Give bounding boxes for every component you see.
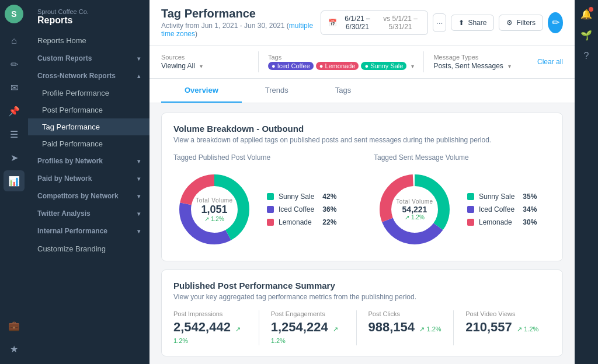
sidebar-item-reports-home[interactable]: Reports Home — [28, 32, 150, 50]
right-dot-1 — [467, 193, 474, 200]
cross-network-arrow: ▴ — [137, 73, 140, 79]
sidebar-item-twitter-analysis[interactable]: Twitter Analysis ▾ — [28, 205, 150, 222]
video-views-change: ↗ 1.2% — [517, 326, 538, 332]
impressions-label: Post Impressions — [173, 310, 247, 317]
sidebar-item-paid-performance[interactable]: Paid Performance — [28, 135, 150, 152]
filter-bar: Sources Viewing All ▾ Tags ● Iced Coffee… — [150, 46, 575, 79]
profiles-by-network-label: Profiles by Network — [37, 157, 103, 165]
left-chart-block: Tagged Published Post Volume — [173, 153, 350, 250]
competitors-arrow: ▾ — [137, 193, 140, 200]
twitter-analysis-label: Twitter Analysis — [37, 209, 91, 218]
tabs-bar: Overview Trends Tags — [150, 79, 575, 103]
left-dot-2 — [267, 206, 274, 213]
filters-button[interactable]: ⚙ Filters — [499, 15, 543, 31]
tags-label: Tags — [268, 54, 414, 61]
message-types-arrow: ▾ — [508, 63, 511, 69]
nav-icon-star[interactable]: ★ — [4, 338, 25, 359]
help-icon[interactable]: ? — [577, 47, 596, 65]
right-dot-2 — [467, 206, 474, 213]
paid-arrow: ▾ — [137, 176, 140, 182]
twitter-arrow: ▾ — [137, 211, 140, 217]
sidebar-item-profiles-by-network[interactable]: Profiles by Network ▾ — [28, 152, 150, 170]
sidebar-item-competitors-by-network[interactable]: Competitors by Network ▾ — [28, 187, 150, 205]
page-subtitle: Activity from Jun 1, 2021 - Jun 30, 2021… — [161, 22, 321, 38]
message-types-value-button[interactable]: Posts, Sent Messages ▾ — [433, 62, 521, 70]
nav-icon-publish[interactable]: 📌 — [4, 100, 25, 121]
tags-value-button[interactable]: ● Iced Coffee ● Lemonade ● Sunny Sale ▾ — [268, 62, 414, 70]
tag-chip-lemonade: ● Lemonade — [316, 62, 359, 70]
vs-range-value: vs 5/1/21 – 5/31/21 — [380, 15, 420, 31]
left-legend-label-2: Iced Coffee — [279, 205, 314, 214]
app-logo[interactable]: S — [5, 5, 23, 23]
left-donut: Total Volume 1,051 ↗ 1.2% — [173, 169, 255, 250]
metrics-row: Post Impressions 2,542,442 ↗ 1.2% Post E… — [173, 310, 551, 345]
content-area: Volume Breakdown - Outbound View a break… — [150, 103, 575, 364]
right-chart-block: Tagged Sent Message Volume — [374, 153, 551, 250]
notification-bell-icon[interactable]: 🔔 — [577, 5, 596, 23]
volume-breakdown-card: Volume Breakdown - Outbound View a break… — [161, 113, 563, 261]
section-name: Reports — [37, 15, 140, 26]
right-chart-container: Tagged Sent Message Volume — [374, 153, 551, 250]
nav-icon-tasks[interactable]: ☰ — [4, 124, 25, 145]
paid-by-network-label: Paid by Network — [37, 174, 92, 183]
right-legend-item-1: Sunny Sale 35% — [467, 192, 537, 201]
tags-arrow: ▾ — [411, 63, 414, 69]
tab-trends[interactable]: Trends — [242, 79, 312, 103]
nav-icon-briefcase[interactable]: 💼 — [4, 315, 25, 336]
left-donut-center: Total Volume 1,051 ↗ 1.2% — [196, 197, 232, 222]
tab-overview[interactable]: Overview — [161, 79, 242, 103]
right-donut-center: Total Volume 54,221 ↗ 1.2% — [396, 198, 433, 220]
video-views-value-row: 210,557 ↗ 1.2% — [465, 320, 539, 335]
impressions-value-row: 2,542,442 ↗ 1.2% — [173, 320, 247, 345]
notification-badge — [589, 7, 593, 12]
tab-tags[interactable]: Tags — [312, 79, 374, 103]
sidebar-item-profile-performance[interactable]: Profile Performance — [28, 85, 150, 102]
left-legend: Sunny Sale 42% Iced Coffee 36% — [267, 192, 336, 226]
nav-icon-home[interactable]: ⌂ — [4, 30, 25, 51]
nav-icon-compose[interactable]: ✏ — [4, 54, 25, 75]
share-label: Share — [468, 19, 486, 27]
date-range-button[interactable]: 📅 6/1/21 – 6/30/21 vs 5/1/21 – 5/31/21 — [321, 10, 428, 35]
left-legend-label-3: Lemonade — [279, 218, 312, 226]
right-sprout-icon[interactable]: 🌱 — [577, 26, 596, 44]
more-button[interactable]: ··· — [433, 13, 447, 32]
left-vol-label: Total Volume — [196, 197, 232, 204]
left-legend-item-3: Lemonade 22% — [267, 218, 336, 226]
clear-all-button[interactable]: Clear all — [537, 58, 563, 66]
performance-card-title: Published Post Performance Summary — [173, 281, 551, 290]
right-vol-label: Total Volume — [396, 198, 433, 205]
message-types-label: Message Types — [433, 54, 521, 61]
filter-divider-1 — [258, 51, 259, 72]
sidebar-item-paid-by-network[interactable]: Paid by Network ▾ — [28, 170, 150, 187]
right-donut: Total Volume 54,221 ↗ 1.2% — [374, 169, 456, 250]
custom-reports-arrow: ▾ — [137, 55, 140, 62]
sources-label: Sources — [161, 54, 249, 61]
sidebar-item-custom-reports[interactable]: Custom Reports ▾ — [28, 50, 150, 67]
sidebar-item-internal-performance[interactable]: Internal Performance ▾ — [28, 222, 150, 240]
tag-chip-iced-coffee: ● Iced Coffee — [268, 62, 314, 70]
custom-reports-label: Custom Reports — [37, 54, 92, 62]
metric-video-views: Post Video Views 210,557 ↗ 1.2% — [454, 310, 551, 345]
nav-icon-inbox[interactable]: ✉ — [4, 77, 25, 98]
sources-value: Viewing All — [161, 62, 195, 70]
message-types-value: Posts, Sent Messages — [433, 62, 503, 70]
competitors-by-network-label: Competitors by Network — [37, 192, 119, 200]
left-vol-change: ↗ 1.2% — [196, 216, 232, 222]
right-legend-label-1: Sunny Sale — [479, 192, 514, 201]
compose-button[interactable]: ✏ — [548, 12, 563, 33]
sidebar-item-cross-network[interactable]: Cross-Network Reports ▴ — [28, 67, 150, 85]
sidebar-item-post-performance[interactable]: Post Performance — [28, 102, 150, 118]
sidebar-header: Sprout Coffee Co. Reports — [28, 0, 150, 32]
nav-icon-send[interactable]: ➤ — [4, 147, 25, 168]
left-chart-label-text: Tagged Published Post Volume — [173, 153, 350, 162]
right-legend-item-2: Iced Coffee 34% — [467, 205, 537, 214]
share-icon: ⬆ — [458, 19, 464, 27]
sidebar-item-tag-performance[interactable]: Tag Performance — [28, 118, 150, 135]
impressions-value: 2,542,442 — [173, 320, 231, 334]
share-button[interactable]: ⬆ Share — [451, 15, 494, 31]
right-legend-pct-3: 30% — [519, 218, 537, 226]
sources-value-button[interactable]: Viewing All ▾ — [161, 62, 249, 70]
sidebar-item-customize-branding[interactable]: Customize Branding — [28, 240, 150, 258]
performance-summary-card: Published Post Performance Summary View … — [161, 270, 563, 356]
nav-icon-reports[interactable]: 📊 — [4, 170, 25, 191]
